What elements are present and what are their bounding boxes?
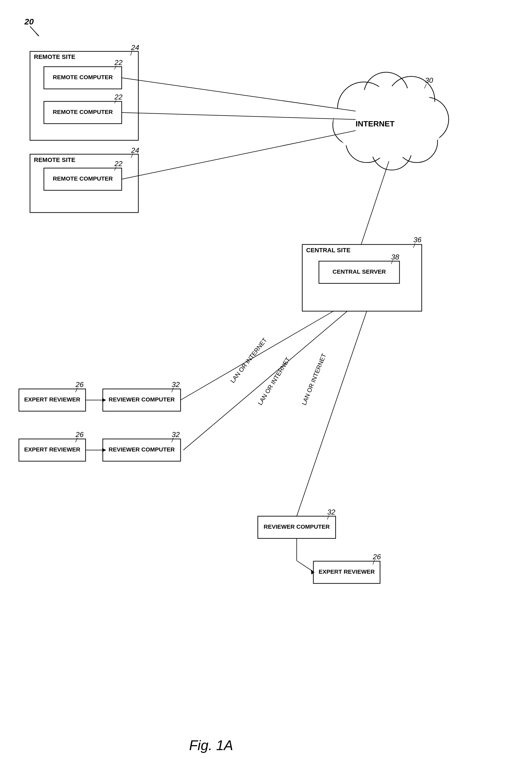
svg-text:22: 22 <box>114 93 123 101</box>
svg-line-80 <box>297 311 367 516</box>
svg-text:20: 20 <box>24 17 34 26</box>
svg-line-72 <box>297 561 313 572</box>
svg-line-77 <box>361 161 389 245</box>
svg-rect-35 <box>302 245 422 311</box>
svg-text:REMOTE COMPUTER: REMOTE COMPUTER <box>53 175 113 182</box>
svg-text:32: 32 <box>172 380 180 389</box>
svg-line-74 <box>122 78 355 111</box>
diagram-container: 20 REMOTE SITE 24 REMOTE COMPUTER 22 REM… <box>0 0 532 759</box>
svg-line-79 <box>184 311 347 450</box>
svg-text:26: 26 <box>75 430 84 439</box>
svg-text:REMOTE COMPUTER: REMOTE COMPUTER <box>53 109 113 115</box>
svg-line-75 <box>122 112 355 119</box>
svg-marker-73 <box>311 570 314 575</box>
svg-text:INTERNET: INTERNET <box>355 119 394 128</box>
svg-line-76 <box>122 131 355 179</box>
svg-text:LAN OR INTERNET: LAN OR INTERNET <box>300 352 327 406</box>
svg-text:REMOTE SITE: REMOTE SITE <box>34 53 75 60</box>
svg-text:22: 22 <box>114 58 123 67</box>
svg-line-38 <box>413 243 415 248</box>
svg-text:38: 38 <box>391 253 399 261</box>
svg-text:32: 32 <box>172 430 180 439</box>
svg-text:REMOTE SITE: REMOTE SITE <box>34 156 75 163</box>
svg-marker-62 <box>102 448 106 452</box>
svg-text:CENTRAL SERVER: CENTRAL SERVER <box>333 268 386 275</box>
svg-text:32: 32 <box>327 508 335 516</box>
svg-text:EXPERT REVIEWER: EXPERT REVIEWER <box>319 568 375 575</box>
svg-text:EXPERT REVIEWER: EXPERT REVIEWER <box>24 446 80 453</box>
svg-text:26: 26 <box>75 380 84 389</box>
svg-marker-52 <box>102 398 106 402</box>
svg-text:30: 30 <box>425 76 433 84</box>
svg-text:Fig. 1A: Fig. 1A <box>189 738 233 753</box>
svg-text:REVIEWER COMPUTER: REVIEWER COMPUTER <box>264 523 330 530</box>
svg-text:REVIEWER COMPUTER: REVIEWER COMPUTER <box>109 446 175 453</box>
svg-text:EXPERT REVIEWER: EXPERT REVIEWER <box>24 396 80 403</box>
svg-text:22: 22 <box>114 159 123 168</box>
svg-text:24: 24 <box>131 43 139 52</box>
svg-text:36: 36 <box>413 236 422 244</box>
diagram-svg: 20 REMOTE SITE 24 REMOTE COMPUTER 22 REM… <box>0 0 532 759</box>
svg-text:LAN OR INTERNET: LAN OR INTERNET <box>229 337 268 384</box>
svg-line-34 <box>425 84 427 88</box>
svg-text:CENTRAL SITE: CENTRAL SITE <box>306 247 350 254</box>
svg-text:LAN OR INTERNET: LAN OR INTERNET <box>257 356 291 406</box>
svg-line-2 <box>36 33 39 36</box>
svg-text:26: 26 <box>373 553 381 561</box>
svg-text:REVIEWER COMPUTER: REVIEWER COMPUTER <box>109 396 175 403</box>
svg-text:REMOTE COMPUTER: REMOTE COMPUTER <box>53 74 113 80</box>
svg-text:24: 24 <box>131 146 139 154</box>
